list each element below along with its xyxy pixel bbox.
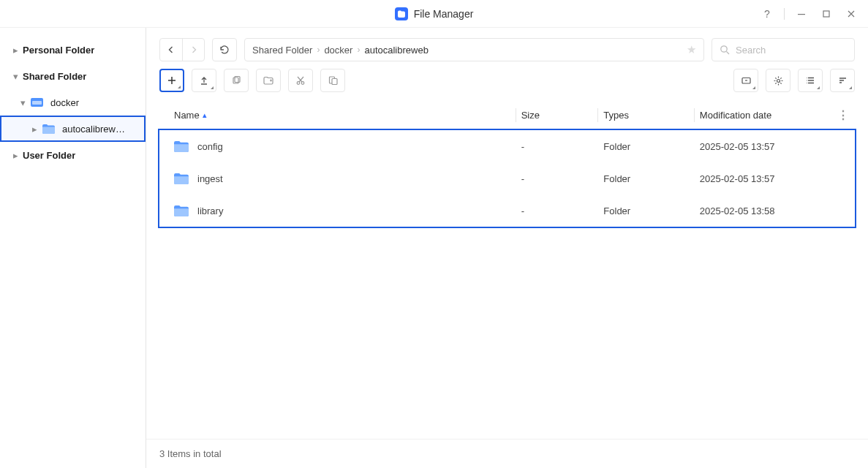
nav-forward-button[interactable] — [182, 39, 204, 61]
sort-button[interactable] — [830, 69, 855, 92]
paste-button[interactable] — [320, 69, 345, 92]
search-box[interactable] — [712, 38, 855, 61]
breadcrumb-item[interactable]: autocalibreweb — [364, 45, 428, 56]
dropdown-corner-icon — [178, 86, 181, 88]
sidebar: ▸ Personal Folder ▾ Shared Folder ▾ dock… — [0, 28, 146, 468]
sort-ascending-icon: ▴ — [203, 110, 207, 120]
sidebar-item-shared-folder[interactable]: ▾ Shared Folder — [0, 63, 146, 89]
svg-rect-10 — [332, 79, 337, 85]
dropdown-corner-icon — [817, 86, 820, 89]
column-header-name[interactable]: Name ▴ — [159, 101, 516, 130]
cut-button[interactable] — [288, 69, 313, 92]
minimize-button[interactable] — [790, 3, 812, 25]
file-size: - — [516, 130, 598, 163]
maximize-button[interactable] — [815, 3, 837, 25]
dropdown-corner-icon — [752, 86, 755, 89]
close-button[interactable] — [840, 3, 862, 25]
file-size: - — [516, 195, 598, 227]
app-title: File Manager — [414, 8, 474, 20]
sidebar-item-label: Personal Folder — [23, 45, 94, 56]
column-header-label: Name — [174, 110, 200, 121]
column-header-label: Modification date — [700, 110, 771, 121]
file-type: Folder — [597, 130, 694, 163]
dropdown-corner-icon — [211, 86, 214, 89]
column-header-size[interactable]: Size — [516, 101, 598, 130]
column-header-types[interactable]: Types — [597, 101, 694, 130]
divider — [784, 8, 785, 20]
column-header-label: Size — [521, 110, 540, 121]
app-icon — [395, 7, 408, 20]
status-bar: 3 Items in total — [146, 439, 868, 468]
main-content: Shared Folder › docker › autocalibreweb … — [146, 28, 868, 468]
chevron-down-icon: ▾ — [10, 71, 20, 82]
file-modified: 2025-02-05 13:58 — [694, 195, 831, 227]
new-folder-button[interactable] — [256, 69, 281, 92]
column-header-modified[interactable]: Modification date — [694, 101, 831, 130]
column-header-label: Types — [603, 110, 629, 121]
svg-point-4 — [721, 46, 727, 52]
dropdown-corner-icon — [849, 86, 852, 89]
svg-rect-1 — [823, 11, 829, 17]
chevron-right-icon: › — [357, 45, 360, 55]
chevron-right-icon: ▸ — [10, 150, 20, 161]
folder-icon — [174, 173, 189, 184]
file-table: Name ▴ Size Types — [159, 101, 855, 227]
status-text: 3 Items in total — [159, 448, 222, 459]
settings-button[interactable] — [766, 69, 790, 92]
folder-icon — [174, 205, 189, 216]
nav-back-button[interactable] — [160, 39, 182, 61]
sidebar-item-autocalibreweb[interactable]: ▸ autocalibrew… — [0, 116, 146, 142]
file-modified: 2025-02-05 13:57 — [694, 162, 831, 195]
breadcrumb[interactable]: Shared Folder › docker › autocalibreweb … — [244, 38, 704, 61]
svg-rect-3 — [32, 101, 42, 105]
star-icon[interactable]: ★ — [687, 43, 696, 56]
help-button[interactable]: ? — [756, 3, 778, 25]
file-name: ingest — [197, 173, 223, 184]
sidebar-item-personal-folder[interactable]: ▸ Personal Folder — [0, 37, 146, 63]
column-header-more[interactable]: ⋮ — [831, 101, 855, 130]
sidebar-item-label: autocalibrew… — [62, 124, 125, 135]
nav-group — [159, 38, 205, 61]
file-name: config — [197, 141, 223, 152]
chevron-down-icon: ▾ — [18, 97, 28, 108]
breadcrumb-item[interactable]: docker — [324, 45, 352, 56]
create-button[interactable] — [159, 69, 184, 92]
chevron-right-icon: › — [317, 45, 320, 55]
search-input[interactable] — [736, 45, 858, 56]
svg-point-8 — [301, 82, 304, 85]
titlebar: File Manager ? — [0, 0, 868, 28]
table-row[interactable]: config-Folder2025-02-05 13:57 — [159, 130, 855, 163]
docker-folder-icon — [31, 97, 43, 107]
breadcrumb-item[interactable]: Shared Folder — [252, 45, 312, 56]
file-name: library — [197, 205, 223, 216]
sidebar-item-label: User Folder — [23, 150, 75, 161]
chevron-right-icon: ▸ — [10, 45, 20, 56]
svg-point-12 — [777, 79, 780, 82]
sidebar-item-docker[interactable]: ▾ docker — [0, 89, 146, 116]
sidebar-item-label: docker — [50, 97, 79, 108]
copy-button[interactable] — [224, 69, 249, 92]
sidebar-item-label: Shared Folder — [23, 71, 86, 82]
view-list-button[interactable] — [798, 69, 823, 92]
refresh-button[interactable] — [212, 38, 237, 61]
folder-icon — [174, 140, 189, 152]
file-type: Folder — [597, 162, 694, 195]
archive-button[interactable] — [733, 69, 758, 92]
upload-button[interactable] — [192, 69, 216, 92]
table-row[interactable]: ingest-Folder2025-02-05 13:57 — [159, 162, 855, 195]
file-type: Folder — [597, 195, 694, 227]
table-row[interactable]: library-Folder2025-02-05 13:58 — [159, 195, 855, 227]
sidebar-item-user-folder[interactable]: ▸ User Folder — [0, 142, 146, 168]
svg-rect-0 — [798, 14, 805, 15]
chevron-right-icon: ▸ — [29, 124, 39, 135]
svg-point-7 — [297, 82, 300, 85]
folder-icon — [42, 124, 55, 134]
file-modified: 2025-02-05 13:57 — [694, 130, 831, 163]
search-icon — [720, 45, 730, 55]
file-size: - — [516, 162, 598, 195]
more-vertical-icon[interactable]: ⋮ — [837, 109, 849, 121]
